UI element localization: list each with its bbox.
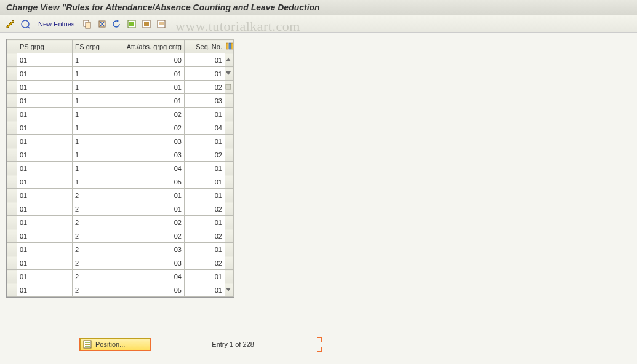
cell-es[interactable]: 2 [73, 229, 118, 243]
scroll-down-icon[interactable] [225, 287, 233, 294]
cell-sq[interactable]: 02 [185, 256, 225, 270]
scroll-up-icon[interactable] [225, 57, 233, 64]
scroll-gutter[interactable] [225, 283, 234, 297]
cell-ps[interactable]: 01 [17, 202, 73, 216]
cell-es[interactable]: 1 [73, 121, 118, 135]
row-selector[interactable] [7, 108, 17, 121]
cell-es[interactable]: 1 [73, 162, 118, 175]
row-selector[interactable] [7, 216, 17, 229]
cell-ps[interactable]: 01 [17, 148, 73, 162]
row-selector[interactable] [7, 243, 17, 256]
expand-all-icon[interactable] [20, 18, 31, 30]
col-header-es[interactable]: ES grpg [73, 40, 118, 53]
cell-ps[interactable]: 01 [17, 121, 73, 135]
cell-at[interactable]: 05 [118, 175, 185, 189]
cell-sq[interactable]: 03 [185, 94, 225, 108]
select-block-icon[interactable] [141, 18, 152, 30]
cell-at[interactable]: 00 [118, 53, 185, 67]
row-selector[interactable] [7, 148, 17, 162]
cell-es[interactable]: 2 [73, 216, 118, 229]
cell-ps[interactable]: 01 [17, 94, 73, 108]
scroll-gutter[interactable] [225, 53, 234, 67]
select-all-icon[interactable] [126, 18, 137, 30]
cell-ps[interactable]: 01 [17, 216, 73, 229]
cell-sq[interactable]: 01 [185, 243, 225, 256]
undo-icon[interactable] [111, 18, 122, 30]
cell-sq[interactable]: 01 [185, 108, 225, 121]
cell-ps[interactable]: 01 [17, 243, 73, 256]
cell-at[interactable]: 02 [118, 121, 185, 135]
cell-sq[interactable]: 01 [185, 175, 225, 189]
cell-at[interactable]: 02 [118, 108, 185, 121]
cell-es[interactable]: 2 [73, 270, 118, 283]
col-header-ps[interactable]: PS grpg [17, 40, 73, 53]
cell-ps[interactable]: 01 [17, 229, 73, 243]
cell-at[interactable]: 01 [118, 67, 185, 81]
cell-ps[interactable]: 01 [17, 81, 73, 94]
cell-at[interactable]: 01 [118, 189, 185, 202]
delete-icon[interactable] [97, 18, 108, 30]
row-selector[interactable] [7, 67, 17, 81]
cell-es[interactable]: 1 [73, 53, 118, 67]
cell-ps[interactable]: 01 [17, 189, 73, 202]
cell-ps[interactable]: 01 [17, 175, 73, 189]
cell-es[interactable]: 2 [73, 256, 118, 270]
scroll-gutter[interactable] [225, 67, 234, 81]
cell-at[interactable]: 03 [118, 135, 185, 148]
cell-sq[interactable]: 04 [185, 121, 225, 135]
cell-ps[interactable]: 01 [17, 256, 73, 270]
cell-sq[interactable]: 02 [185, 81, 225, 94]
cell-at[interactable]: 03 [118, 243, 185, 256]
cell-at[interactable]: 01 [118, 202, 185, 216]
row-selector[interactable] [7, 283, 17, 297]
cell-es[interactable]: 2 [73, 189, 118, 202]
copy-icon[interactable] [82, 18, 93, 30]
cell-ps[interactable]: 01 [17, 270, 73, 283]
cell-at[interactable]: 04 [118, 162, 185, 175]
cell-sq[interactable]: 01 [185, 53, 225, 67]
configure-columns-icon[interactable] [225, 40, 234, 53]
cell-es[interactable]: 1 [73, 175, 118, 189]
cell-es[interactable]: 1 [73, 94, 118, 108]
col-header-at[interactable]: Att./abs. grpg cntg [118, 40, 185, 53]
col-header-sq[interactable]: Seq. No. [185, 40, 225, 53]
cell-sq[interactable]: 01 [185, 216, 225, 229]
new-entries-button[interactable]: New Entries [34, 19, 78, 29]
select-all-header[interactable] [7, 40, 17, 53]
cell-sq[interactable]: 01 [185, 67, 225, 81]
cell-es[interactable]: 1 [73, 67, 118, 81]
row-selector[interactable] [7, 256, 17, 270]
cell-sq[interactable]: 01 [185, 283, 225, 297]
cell-es[interactable]: 1 [73, 81, 118, 94]
row-selector[interactable] [7, 53, 17, 67]
cell-ps[interactable]: 01 [17, 162, 73, 175]
cell-es[interactable]: 2 [73, 243, 118, 256]
row-selector[interactable] [7, 175, 17, 189]
cell-sq[interactable]: 01 [185, 189, 225, 202]
cell-at[interactable]: 03 [118, 256, 185, 270]
cell-es[interactable]: 2 [73, 202, 118, 216]
row-selector[interactable] [7, 189, 17, 202]
cell-ps[interactable]: 01 [17, 67, 73, 81]
cell-sq[interactable]: 02 [185, 229, 225, 243]
cell-at[interactable]: 05 [118, 283, 185, 297]
cell-at[interactable]: 02 [118, 229, 185, 243]
row-selector[interactable] [7, 229, 17, 243]
cell-sq[interactable]: 02 [185, 148, 225, 162]
cell-es[interactable]: 1 [73, 148, 118, 162]
cell-ps[interactable]: 01 [17, 53, 73, 67]
cell-ps[interactable]: 01 [17, 135, 73, 148]
cell-sq[interactable]: 02 [185, 202, 225, 216]
cell-at[interactable]: 01 [118, 94, 185, 108]
cell-ps[interactable]: 01 [17, 283, 73, 297]
row-selector[interactable] [7, 121, 17, 135]
deselect-all-icon[interactable] [156, 18, 167, 30]
cell-sq[interactable]: 01 [185, 270, 225, 283]
position-button[interactable]: Position... [80, 338, 150, 350]
row-selector[interactable] [7, 94, 17, 108]
cell-sq[interactable]: 01 [185, 135, 225, 148]
scroll-down-small-icon[interactable] [225, 70, 233, 77]
cell-at[interactable]: 01 [118, 81, 185, 94]
row-selector[interactable] [7, 270, 17, 283]
scroll-thumb[interactable] [225, 84, 233, 91]
